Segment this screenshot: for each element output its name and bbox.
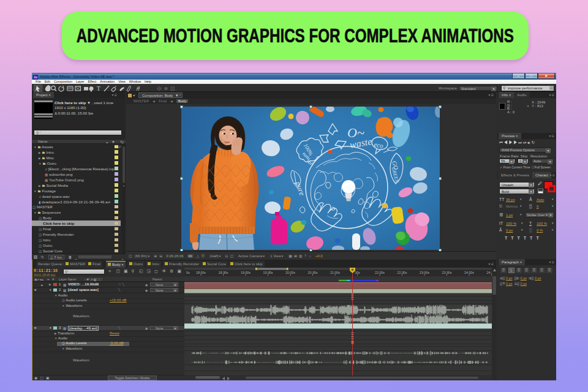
svg-text:0s: 0s xyxy=(186,271,190,274)
svg-text:21:00s: 21:00s xyxy=(330,271,340,274)
svg-text:20:00s: 20:00s xyxy=(285,271,295,274)
svg-text:T: T xyxy=(97,86,100,92)
svg-text:23:00s: 23:00s xyxy=(420,271,429,274)
svg-text:20:30s: 20:30s xyxy=(308,271,318,274)
svg-text:18:30s: 18:30s xyxy=(219,271,228,274)
svg-text:22:30s: 22:30s xyxy=(398,271,407,274)
svg-text:19:00s: 19:00s xyxy=(241,271,251,274)
svg-text:30s: 30s xyxy=(355,271,360,274)
svg-text:24:00s: 24:00s xyxy=(464,271,474,274)
svg-text:19:30s: 19:30s xyxy=(263,271,273,274)
svg-text:18:00s: 18:00s xyxy=(196,271,206,274)
svg-text:22:00s: 22:00s xyxy=(375,271,385,274)
svg-text:23:30s: 23:30s xyxy=(442,271,452,274)
